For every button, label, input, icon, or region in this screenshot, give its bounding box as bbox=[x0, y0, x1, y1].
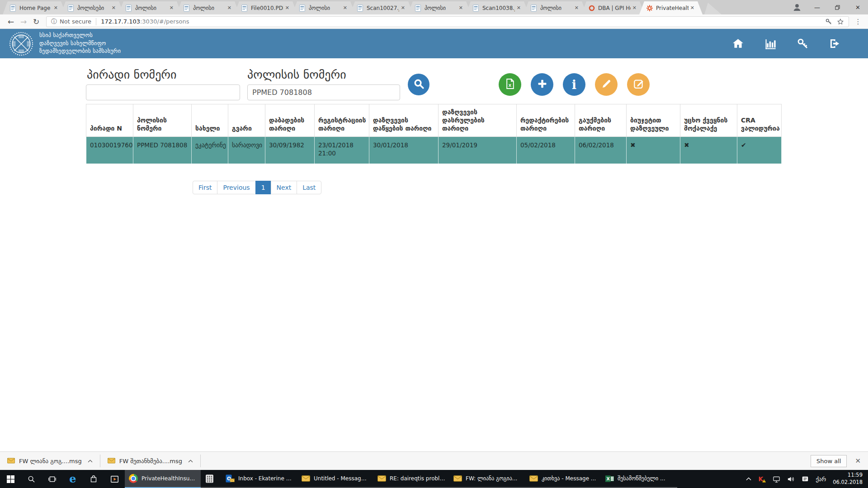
tab-close-icon[interactable]: ✕ bbox=[112, 5, 116, 11]
download-item[interactable]: FW ლიანა გოგ....msg bbox=[0, 452, 100, 470]
new-tab-button[interactable] bbox=[704, 3, 725, 14]
info-button[interactable]: i bbox=[563, 73, 585, 96]
tab-close-icon[interactable]: ✕ bbox=[632, 5, 637, 11]
taskbar-window-button[interactable]: კითხვა - Message ... bbox=[525, 470, 601, 488]
tab-favicon-icon bbox=[357, 5, 364, 12]
tab-favicon-icon bbox=[473, 5, 480, 12]
tab-close-icon[interactable]: ✕ bbox=[459, 5, 463, 11]
column-header: გვარი bbox=[228, 104, 265, 137]
tab-close-icon[interactable]: ✕ bbox=[517, 5, 521, 11]
table-cell: ✖ bbox=[627, 136, 680, 164]
taskbar-window-button[interactable]: PrivateHealthInsura... bbox=[125, 470, 201, 488]
taskbar-window-button[interactable]: X შესამოწმებელი ... bbox=[601, 470, 677, 488]
hidden-icons-chevron-icon[interactable] bbox=[746, 477, 751, 481]
export-excel-button[interactable]: x bbox=[499, 73, 521, 96]
tab-label: DBA | GPI Hold bbox=[598, 5, 631, 11]
tab-close-icon[interactable]: ✕ bbox=[170, 5, 174, 11]
restore-button[interactable] bbox=[827, 0, 848, 14]
taskbar-window-button[interactable] bbox=[201, 470, 222, 488]
close-window-button[interactable]: ✕ bbox=[848, 0, 868, 14]
task-view-icon[interactable] bbox=[42, 470, 62, 488]
tab-label: File0010.PDF bbox=[251, 5, 283, 11]
app-header: სსიპ საქართველოს დაზღვევის სახელმწიფო ზე… bbox=[0, 29, 868, 58]
browser-tab[interactable]: Scan10027.JPG ✕ bbox=[350, 1, 413, 14]
tab-close-icon[interactable]: ✕ bbox=[285, 5, 289, 11]
tab-close-icon[interactable]: ✕ bbox=[401, 5, 405, 11]
pagination-button[interactable]: First bbox=[193, 181, 217, 194]
back-button[interactable]: ← bbox=[5, 17, 17, 26]
browser-tab[interactable]: პოლისი ✕ bbox=[292, 1, 355, 14]
close-downloads-icon[interactable]: ✕ bbox=[855, 457, 861, 465]
tab-close-icon[interactable]: ✕ bbox=[54, 5, 58, 11]
security-chip[interactable]: Not secure bbox=[60, 18, 91, 25]
pagination-button[interactable]: Next bbox=[271, 181, 297, 194]
browser-profile-icon[interactable] bbox=[787, 0, 807, 14]
reload-button[interactable]: ↻ bbox=[30, 17, 42, 26]
tab-label: პოლისები bbox=[77, 5, 110, 11]
messages-icon[interactable] bbox=[802, 475, 809, 483]
show-all-button[interactable]: Show all bbox=[811, 455, 847, 467]
edit-button[interactable] bbox=[595, 73, 618, 96]
search-button[interactable] bbox=[408, 74, 429, 95]
browser-tab[interactable]: პოლისი ✕ bbox=[524, 1, 587, 14]
store-icon[interactable] bbox=[83, 470, 104, 488]
address-bar[interactable]: ⓘ Not secure 172.17.7.103 :3030/#/person… bbox=[46, 16, 849, 27]
browser-tab[interactable]: DBA | GPI Hold ✕ bbox=[581, 1, 645, 14]
policy-number-input[interactable] bbox=[247, 84, 400, 100]
kaspersky-icon[interactable]: K bbox=[758, 475, 766, 483]
table-cell: სარადოვი bbox=[228, 136, 265, 164]
taskbar-clock[interactable]: 11:59 06.02.2018 bbox=[833, 472, 863, 486]
statistics-icon[interactable] bbox=[764, 38, 777, 50]
browser-toolbar: ← → ↻ ⓘ Not secure 172.17.7.103 :3030/#/… bbox=[0, 14, 868, 29]
browser-tab[interactable]: პოლისი ✕ bbox=[176, 1, 240, 14]
taskbar-window-button[interactable]: Untitled - Message ... bbox=[297, 470, 373, 488]
taskbar-window-button[interactable]: O Inbox - Ekaterine O... bbox=[222, 470, 297, 488]
tab-close-icon[interactable]: ✕ bbox=[227, 5, 231, 11]
key-icon[interactable] bbox=[797, 38, 809, 50]
edge-icon[interactable]: e bbox=[62, 470, 83, 488]
download-item[interactable]: FW შეთანხმება....msg bbox=[100, 452, 200, 470]
sign-out-icon[interactable] bbox=[829, 38, 841, 50]
add-button[interactable] bbox=[531, 73, 553, 96]
pagination-button[interactable]: Previous bbox=[217, 181, 255, 194]
volume-icon[interactable] bbox=[787, 475, 795, 483]
browser-tab[interactable]: Scan10038.JPG ✕ bbox=[466, 1, 529, 14]
chevron-up-icon[interactable] bbox=[88, 460, 93, 463]
browser-tab[interactable]: პოლისი ✕ bbox=[408, 1, 471, 14]
browser-tab[interactable]: პოლისები ✕ bbox=[61, 1, 124, 14]
search-icon bbox=[413, 78, 425, 91]
column-header: სახელი bbox=[192, 104, 228, 137]
start-button-icon[interactable] bbox=[0, 470, 21, 488]
language-indicator[interactable]: ქარ bbox=[816, 476, 826, 483]
forward-button[interactable]: → bbox=[17, 17, 30, 26]
tab-close-icon[interactable]: ✕ bbox=[575, 5, 579, 11]
column-header: დაზღვევის დაწყების თარიღი bbox=[369, 104, 439, 137]
network-icon[interactable] bbox=[773, 475, 780, 483]
browser-tab[interactable]: Home Page ✕ bbox=[3, 1, 66, 14]
password-key-icon[interactable] bbox=[825, 18, 832, 25]
movies-tv-icon[interactable] bbox=[104, 470, 125, 488]
persons-table: პირადი Nპოლისის ნომერისახელიგვარიდაბადებ… bbox=[86, 104, 782, 164]
minimize-button[interactable]: — bbox=[807, 0, 827, 14]
bookmark-star-icon[interactable] bbox=[837, 18, 844, 25]
chevron-up-icon[interactable] bbox=[188, 460, 193, 463]
browser-tab[interactable]: File0010.PDF ✕ bbox=[234, 1, 297, 14]
taskbar-search-icon[interactable] bbox=[21, 470, 42, 488]
personal-number-input[interactable] bbox=[86, 84, 240, 100]
browser-tab[interactable]: PrivateHealthI ✕ bbox=[639, 1, 703, 14]
taskbar-window-button[interactable]: RE: daireqtis proble... bbox=[373, 470, 449, 488]
download-filename: FW შეთანხმება....msg bbox=[119, 458, 182, 465]
browser-menu-icon[interactable]: ⋮ bbox=[853, 18, 863, 26]
tab-close-icon[interactable]: ✕ bbox=[343, 5, 347, 11]
taskbar-window-button[interactable]: FW: ლიანა გოგია... bbox=[449, 470, 525, 488]
tab-close-icon[interactable]: ✕ bbox=[690, 5, 694, 11]
info-circle-icon[interactable]: ⓘ bbox=[51, 18, 57, 26]
home-icon[interactable] bbox=[732, 38, 744, 50]
pagination-button[interactable]: Last bbox=[297, 181, 321, 194]
register-edit-button[interactable] bbox=[627, 73, 650, 96]
mail-icon bbox=[453, 475, 462, 482]
column-header: რეგისტრაციის თარიღი bbox=[315, 104, 369, 137]
pagination-button[interactable]: 1 bbox=[255, 181, 271, 194]
browser-tab[interactable]: პოლისი ✕ bbox=[118, 1, 182, 14]
table-row[interactable]: 01030019760PPMED 7081808ეკატერინესარადოვ… bbox=[86, 136, 782, 164]
